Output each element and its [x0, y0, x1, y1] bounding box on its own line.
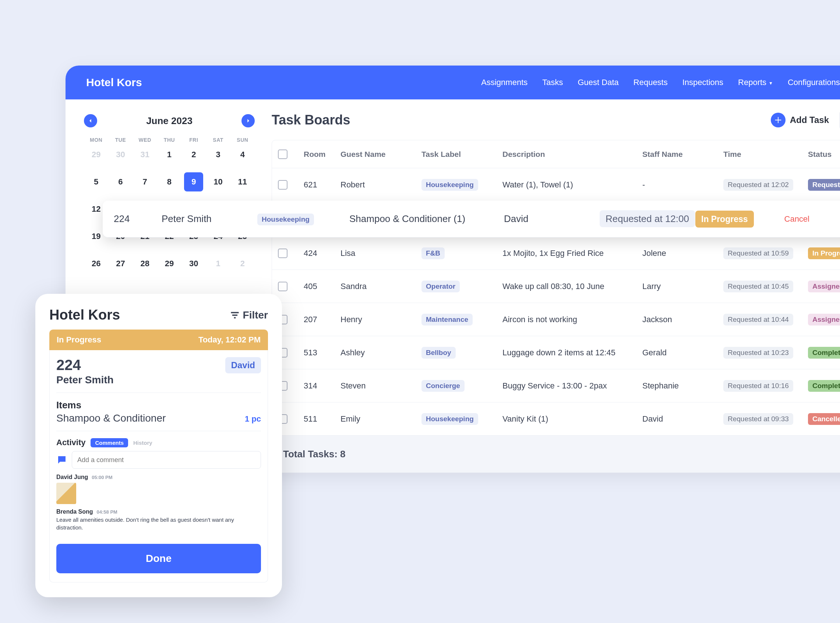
col-task-label: Task Label: [422, 150, 503, 159]
tab-comments[interactable]: Comments: [90, 438, 128, 447]
calendar-day-cell[interactable]: 3: [206, 147, 230, 162]
calendar-day-cell[interactable]: 26: [84, 256, 108, 271]
activity-log-entry: Brenda Song04:58 PMLeave all amenities o…: [56, 508, 261, 531]
row-checkbox[interactable]: [278, 180, 288, 190]
cell-room: 621: [304, 180, 340, 190]
calendar-day-cell[interactable]: 1: [157, 147, 181, 162]
log-author: David Jung: [56, 474, 88, 480]
cell-desc: Buggy Service - 13:00 - 2pax: [503, 381, 642, 391]
table-row[interactable]: 405SandraOperatorWake up call 08:30, 10 …: [272, 270, 840, 303]
calendar-day-cell[interactable]: 4: [230, 147, 255, 162]
cancel-link[interactable]: Cancel: [758, 214, 809, 224]
items-heading: Items: [56, 399, 261, 411]
cell-room: 314: [304, 381, 340, 391]
col-time: Time: [724, 150, 808, 159]
cell-room: 405: [304, 282, 340, 291]
nav-reports-label: Reports: [738, 78, 766, 87]
table-row[interactable]: 513AshleyBellboyLuggage down 2 items at …: [272, 336, 840, 369]
nav-inspections[interactable]: Inspections: [682, 78, 724, 87]
calendar-next-button[interactable]: [241, 114, 255, 127]
chevron-down-icon: ▼: [769, 81, 773, 86]
row-checkbox[interactable]: [278, 249, 288, 258]
cell-staff: David: [642, 414, 724, 424]
done-button[interactable]: Done: [56, 544, 261, 573]
cell-status: In Progress: [695, 210, 754, 227]
calendar-dow-cell: SUN: [230, 137, 255, 143]
log-thumbnail[interactable]: [56, 483, 76, 504]
cell-staff: Gerald: [642, 348, 724, 358]
staff-chip[interactable]: David: [225, 357, 261, 373]
highlight-row[interactable]: 224 Peter Smith Housekeeping Shampoo & C…: [103, 201, 840, 238]
status-text: In Progress: [57, 335, 101, 345]
calendar-day-cell[interactable]: 6: [108, 175, 132, 189]
table-header: Room Guest Name Task Label Description S…: [272, 140, 840, 168]
calendar-day-cell[interactable]: 1: [206, 256, 230, 271]
calendar-prev-button[interactable]: [84, 114, 97, 127]
cell-status: Assigned: [808, 314, 840, 325]
cell-desc: Vanity Kit (1): [503, 414, 642, 424]
cell-label: Housekeeping: [257, 213, 314, 226]
calendar-day-cell[interactable]: 5: [84, 175, 108, 189]
top-nav: Assignments Tasks Guest Data Requests In…: [481, 78, 840, 87]
col-description: Description: [503, 150, 642, 159]
calendar-day-cell[interactable]: 10: [206, 175, 230, 189]
calendar-dow-cell: FRI: [181, 137, 206, 143]
item-name: Shampoo & Conditioner: [56, 413, 166, 424]
cell-staff: Jackson: [642, 315, 724, 324]
nav-configurations[interactable]: Configurations▼: [788, 78, 840, 87]
filter-label: Filter: [243, 309, 268, 321]
calendar-day-cell[interactable]: 27: [108, 256, 132, 271]
table-row[interactable]: 314StevenConciergeBuggy Service - 13:00 …: [272, 369, 840, 402]
select-all-checkbox[interactable]: [278, 149, 288, 159]
calendar-day-cell[interactable]: 28: [133, 256, 157, 271]
cell-desc: Wake up call 08:30, 10 June: [503, 282, 642, 291]
divider: [56, 431, 261, 431]
calendar-day-cell[interactable]: 2: [230, 256, 255, 271]
log-author: Brenda Song: [56, 508, 93, 515]
nav-reports[interactable]: Reports▼: [738, 78, 773, 87]
col-guest-name: Guest Name: [340, 150, 422, 159]
table-row[interactable]: 621RobertHousekeepingWater (1), Towel (1…: [272, 168, 840, 201]
cell-status: Requested: [808, 179, 840, 191]
table-row[interactable]: 511EmilyHousekeepingVanity Kit (1)DavidR…: [272, 402, 840, 436]
comment-input[interactable]: [72, 451, 261, 469]
cell-label: Bellboy: [422, 347, 456, 359]
cell-guest: Emily: [340, 414, 422, 424]
calendar-day-cell[interactable]: 29: [157, 256, 181, 271]
table-row[interactable]: 424LisaF&B1x Mojito, 1x Egg Fried RiceJo…: [272, 237, 840, 270]
calendar-day-cell[interactable]: 30: [108, 147, 132, 162]
calendar-day-cell[interactable]: 11: [230, 175, 255, 189]
filter-button[interactable]: Filter: [230, 309, 268, 321]
calendar-day-cell[interactable]: 30: [181, 256, 206, 271]
cell-status: Cancelled: [808, 413, 840, 425]
calendar-day-cell[interactable]: 9: [184, 172, 203, 192]
nav-guest-data[interactable]: Guest Data: [578, 78, 619, 87]
cell-status: In Progress: [808, 247, 840, 259]
calendar-day-cell[interactable]: 8: [157, 175, 181, 189]
cell-staff: Larry: [642, 282, 724, 291]
cell-status: Assigned: [808, 281, 840, 292]
nav-requests[interactable]: Requests: [633, 78, 668, 87]
log-time: 04:58 PM: [97, 509, 117, 515]
tab-history[interactable]: History: [133, 440, 152, 446]
table-row[interactable]: 207HenryMaintenanceAircon is not working…: [272, 303, 840, 336]
calendar-day-cell[interactable]: 7: [133, 175, 157, 189]
cell-time: Requested at 12:02: [724, 179, 793, 191]
calendar-dow-cell: SAT: [206, 137, 230, 143]
add-task-button[interactable]: Add Task: [771, 113, 829, 127]
calendar-day-cell[interactable]: 31: [133, 147, 157, 162]
activity-heading: Activity: [56, 438, 86, 447]
calendar-dow-cell: THU: [157, 137, 181, 143]
cell-desc: Luggage down 2 items at 12:45: [503, 348, 642, 358]
col-room: Room: [304, 150, 340, 159]
col-staff-name: Staff Name: [642, 150, 724, 159]
row-checkbox[interactable]: [278, 282, 288, 291]
nav-configurations-label: Configurations: [788, 78, 840, 87]
nav-tasks[interactable]: Tasks: [542, 78, 563, 87]
calendar-day-cell[interactable]: 29: [84, 147, 108, 162]
cell-staff: David: [504, 213, 599, 225]
cell-staff: Stephanie: [642, 381, 724, 391]
nav-assignments[interactable]: Assignments: [481, 78, 527, 87]
cell-time: Requested at 10:44: [724, 314, 793, 325]
calendar-day-cell[interactable]: 2: [181, 147, 206, 162]
